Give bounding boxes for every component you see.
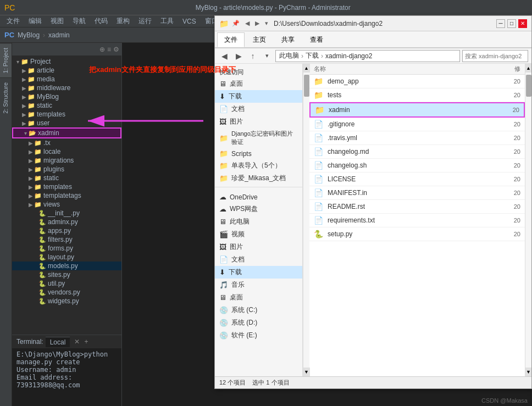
tree-item-myblog[interactable]: ▶ 📁 MyBlog xyxy=(12,92,121,101)
tree-item-templatetags[interactable]: ▶ 📁 templatetags xyxy=(12,191,121,200)
tree-item-user[interactable]: ▶ 📁 user xyxy=(12,119,121,127)
tree-item-widgets[interactable]: 🐍 widgets.py xyxy=(12,297,121,305)
fe-right-scrollbar[interactable]: ▲ ▼ xyxy=(525,64,531,376)
fe-nav-doc2[interactable]: 📄 文档 xyxy=(215,253,302,266)
fe-left-scrollbar[interactable]: ▲ ▼ xyxy=(303,64,309,376)
fe-file-changelogsh[interactable]: 📄 changelog.sh 20 xyxy=(309,159,525,173)
fe-nav-pictures[interactable]: 🖼 图片 xyxy=(215,115,302,128)
tree-item-models[interactable]: 🐍 models.py xyxy=(12,262,121,270)
fe-scroll-up-btn[interactable]: ▲ xyxy=(303,64,310,73)
fe-scroll-thumb[interactable] xyxy=(304,75,309,97)
fe-maximize-button[interactable]: □ xyxy=(507,19,516,28)
sidebar-tab-structure[interactable]: 2: Structure xyxy=(0,77,12,118)
collapse-icon[interactable]: ≡ xyxy=(107,46,111,53)
tree-item-article[interactable]: ▶ 📁 article xyxy=(12,66,121,75)
fe-file-changelog[interactable]: 📄 changelog.md 20 xyxy=(309,145,525,159)
fe-file-license[interactable]: 📄 LICENSE 20 xyxy=(309,173,525,186)
fe-forward-button[interactable]: ▶ xyxy=(232,50,245,62)
fe-back-button[interactable]: ◀ xyxy=(218,50,230,62)
tree-item-adminx[interactable]: 🐍 adminx.py xyxy=(12,218,121,226)
tree-item-middleware[interactable]: ▶ 📁 middleware xyxy=(12,84,121,92)
fe-breadcrumb[interactable]: 此电脑 › 下载 › xadmin-django2 xyxy=(275,50,460,62)
fe-file-demo-app[interactable]: 📁 demo_app 20 xyxy=(309,75,525,88)
fe-file-manifest[interactable]: 📄 MANIFEST.in 20 xyxy=(309,186,525,200)
terminal-tab-local[interactable]: Local xyxy=(46,337,70,347)
tree-item-plugins[interactable]: ▶ 📁 plugins xyxy=(12,165,121,174)
menu-file[interactable]: 文件 xyxy=(2,15,24,27)
fe-nav-c[interactable]: 💿 系统 (C:) xyxy=(215,304,302,316)
fe-right-scroll-down[interactable]: ▼ xyxy=(525,368,532,376)
menu-code[interactable]: 代码 xyxy=(90,15,112,27)
fe-file-tests[interactable]: 📁 tests 20 xyxy=(309,88,525,102)
tree-item-views[interactable]: ▶ 📁 views xyxy=(12,200,121,209)
tree-item-locale[interactable]: ▶ 📁 locale xyxy=(12,147,121,156)
tree-item-static[interactable]: ▶ 📁 static xyxy=(12,101,121,110)
fe-nav-dl2[interactable]: ⬇ 下载 xyxy=(215,266,302,279)
fe-nav-wps[interactable]: ☁ WPS网盘 xyxy=(215,203,302,215)
tree-item-forms[interactable]: 🐍 forms.py xyxy=(12,244,121,253)
menu-run[interactable]: 运行 xyxy=(134,15,156,27)
tree-item-xadmin-static[interactable]: ▶ 📁 static xyxy=(12,174,121,182)
fe-tab-view[interactable]: 查看 xyxy=(303,32,330,47)
menu-refactor[interactable]: 重构 xyxy=(112,15,134,27)
sidebar-tab-project[interactable]: 1: Project xyxy=(0,43,12,77)
tree-item-xadmin-templates[interactable]: ▶ 📁 templates xyxy=(12,182,121,191)
fe-nav-mikasa[interactable]: 📁 珍爱_Mikasa_文档 xyxy=(215,172,302,185)
fe-file-setup[interactable]: 🐍 setup.py 20 xyxy=(309,227,525,241)
fe-scroll-down-btn[interactable]: ▼ xyxy=(303,368,310,376)
tree-item-vendors[interactable]: 🐍 vendors.py xyxy=(12,288,121,297)
fe-file-xadmin[interactable]: 📁 xadmin 20 xyxy=(309,102,525,118)
tree-item-media[interactable]: ▶ 📁 media xyxy=(12,75,121,84)
menu-vcs[interactable]: VCS xyxy=(178,16,201,26)
menu-navigate[interactable]: 导航 xyxy=(68,15,90,27)
fe-file-gitignore[interactable]: 📄 .gitignore 20 xyxy=(309,118,525,131)
fe-close-button[interactable]: ✕ xyxy=(518,19,527,28)
fe-nav-pics[interactable]: 🖼 图片 xyxy=(215,241,302,253)
tree-item-layout[interactable]: 🐍 layout.py xyxy=(12,253,121,262)
fe-nav-e[interactable]: 💿 软件 (E:) xyxy=(215,329,302,342)
menu-edit[interactable]: 编辑 xyxy=(24,15,46,27)
project-tree[interactable]: ▾ 📁 Project ▶ 📁 article ▶ 📁 media xyxy=(12,56,121,335)
fe-nav-import[interactable]: 📁 单表导入（5个） xyxy=(215,159,302,172)
fe-nav-onedrive[interactable]: ☁ OneDrive xyxy=(215,191,302,203)
fe-nav-d[interactable]: 💿 系统 (D:) xyxy=(215,316,302,329)
fe-refresh-button[interactable]: ▾ xyxy=(261,50,273,62)
fe-nav-music[interactable]: 🎵 音乐 xyxy=(215,279,302,291)
menu-tools[interactable]: 工具 xyxy=(156,15,178,27)
tree-item-templates[interactable]: ▶ 📁 templates xyxy=(12,110,121,119)
tree-item-sites[interactable]: 🐍 sites.py xyxy=(12,270,121,279)
fe-nav-docs[interactable]: 📄 文档 xyxy=(215,103,302,115)
terminal-close-icon[interactable]: ✕ xyxy=(74,338,80,346)
fe-up-button[interactable]: ↑ xyxy=(247,50,259,62)
fe-nav-desktop[interactable]: 🖥 桌面 xyxy=(215,77,302,90)
settings-icon[interactable]: ⚙ xyxy=(113,46,119,53)
fe-file-readme[interactable]: 📄 README.rst 20 xyxy=(309,200,525,214)
tree-root-item[interactable]: ▾ 📁 Project xyxy=(12,57,121,66)
locate-icon[interactable]: ⊕ xyxy=(99,46,105,53)
tree-item-filters[interactable]: 🐍 filters.py xyxy=(12,235,121,244)
tree-item-xadmin[interactable]: ▾ 📂 xadmin xyxy=(12,127,121,138)
fe-tab-file[interactable]: 文件 xyxy=(217,32,245,47)
fe-nav-desk2[interactable]: 🖥 桌面 xyxy=(215,291,302,304)
fe-nav-django[interactable]: 📁 Django忘记密码和图片验证 xyxy=(215,128,302,148)
fe-file-requirements[interactable]: 📄 requirements.txt 20 xyxy=(309,214,525,227)
fe-right-scroll-up[interactable]: ▲ xyxy=(525,64,532,73)
tree-item-migrations[interactable]: ▶ 📁 migrations xyxy=(12,156,121,165)
fe-nav-thispc[interactable]: 🖥 此电脑 xyxy=(215,215,302,228)
fe-search-input[interactable] xyxy=(462,50,528,62)
tree-item-init[interactable]: 🐍 __init__.py xyxy=(12,209,121,218)
terminal-add-icon[interactable]: + xyxy=(84,338,88,346)
fe-tab-home[interactable]: 主页 xyxy=(246,32,273,47)
tree-item-apps[interactable]: 🐍 apps.py xyxy=(12,226,121,235)
fe-nav-scripts[interactable]: 📁 Scripts xyxy=(215,148,302,159)
tree-item-tx[interactable]: ▶ 📁 .tx xyxy=(12,138,121,147)
fe-tab-share[interactable]: 共享 xyxy=(274,32,302,47)
menu-view[interactable]: 视图 xyxy=(46,15,68,27)
fe-icon-changelog: 📄 xyxy=(314,147,323,156)
fe-minimize-button[interactable]: ─ xyxy=(496,19,505,28)
fe-nav-downloads[interactable]: ⬇ 下载 xyxy=(215,90,302,103)
fe-nav-video[interactable]: 🎬 视频 xyxy=(215,228,302,241)
tree-item-util[interactable]: 🐍 util.py xyxy=(12,279,121,288)
fe-right-scroll-thumb[interactable] xyxy=(526,75,531,97)
fe-file-travis[interactable]: 📄 .travis.yml 20 xyxy=(309,131,525,145)
